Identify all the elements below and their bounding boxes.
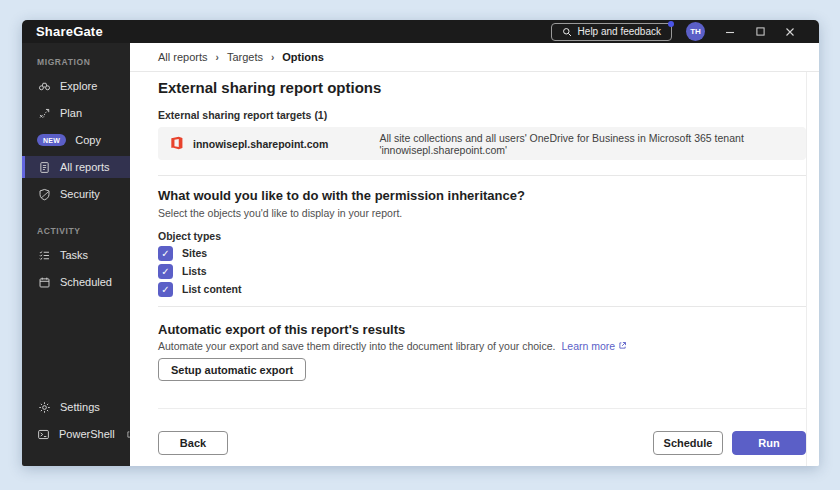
sidebar-item-tasks[interactable]: Tasks: [22, 244, 130, 266]
auto-export-subtitle-text: Automate your export and save them direc…: [158, 340, 555, 352]
learn-more-label: Learn more: [561, 340, 615, 352]
sidebar-section-activity: ACTIVITY: [22, 210, 130, 244]
external-link-icon: [618, 340, 627, 352]
avatar[interactable]: TH: [686, 22, 705, 41]
checkbox-row-sites[interactable]: Sites: [158, 245, 207, 261]
target-url: innowisepl.sharepoint.com: [193, 138, 328, 150]
sidebar-item-label: All reports: [60, 161, 110, 173]
sharegate-window: ShareGate Help and feedback TH: [22, 20, 819, 466]
auto-export-heading: Automatic export of this report's result…: [158, 322, 405, 337]
report-icon: [37, 161, 51, 174]
sidebar-footer: Settings PowerShell: [22, 396, 130, 450]
tasks-icon: [37, 249, 51, 262]
checkbox-checked-icon[interactable]: [158, 246, 173, 261]
sidebar-item-label: Security: [60, 188, 100, 200]
chevron-right-icon: ›: [271, 52, 274, 63]
sidebar-item-label: Tasks: [60, 249, 88, 261]
sharegate-logo: ShareGate: [36, 24, 103, 39]
sidebar-item-label: Scheduled: [60, 276, 112, 288]
breadcrumb-targets[interactable]: Targets: [227, 51, 263, 63]
sidebar-item-label: PowerShell: [59, 428, 115, 440]
close-icon[interactable]: [775, 20, 805, 43]
minimize-icon[interactable]: [715, 20, 745, 43]
target-description: All site collections and all users' OneD…: [379, 132, 794, 156]
footer-divider: [158, 408, 806, 409]
sidebar-item-powershell[interactable]: PowerShell: [22, 423, 130, 445]
scrollbar[interactable]: [806, 72, 807, 466]
sidebar-item-all-reports[interactable]: All reports: [22, 156, 130, 178]
strategy-icon: [37, 107, 51, 120]
notification-dot: [668, 21, 674, 27]
sidebar-item-label: Copy: [75, 134, 101, 146]
learn-more-link[interactable]: Learn more: [561, 340, 627, 352]
checkbox-checked-icon[interactable]: [158, 264, 173, 279]
sidebar-item-label: Plan: [60, 107, 82, 119]
calendar-icon: [37, 276, 51, 289]
back-button[interactable]: Back: [158, 431, 228, 455]
schedule-button[interactable]: Schedule: [653, 431, 723, 455]
section-divider: [158, 175, 806, 176]
targets-count-label: External sharing report targets (1): [158, 109, 327, 121]
breadcrumb: All reports › Targets › Options: [130, 43, 819, 72]
object-types-label: Object types: [158, 230, 221, 242]
run-button[interactable]: Run: [732, 431, 806, 455]
sidebar-item-plan[interactable]: Plan: [22, 102, 130, 124]
help-and-feedback-button[interactable]: Help and feedback: [551, 23, 672, 41]
sidebar-item-label: Settings: [60, 401, 100, 413]
desktop-background: ShareGate Help and feedback TH: [0, 0, 840, 490]
sidebar-item-copy[interactable]: NEW Copy: [22, 129, 130, 151]
checkbox-checked-icon[interactable]: [158, 282, 173, 297]
window-controls: [715, 20, 805, 43]
checkbox-label: List content: [182, 283, 242, 295]
main-content: All reports › Targets › Options External…: [130, 43, 819, 466]
inheritance-subtitle: Select the objects you'd like to display…: [158, 207, 402, 219]
chevron-right-icon: ›: [216, 52, 219, 63]
sidebar-item-settings[interactable]: Settings: [22, 396, 130, 418]
page-title: External sharing report options: [158, 79, 381, 96]
checkbox-label: Lists: [182, 265, 207, 277]
office365-icon: [170, 136, 184, 152]
inheritance-heading: What would you like to do with the permi…: [158, 188, 525, 203]
sidebar-item-explore[interactable]: Explore: [22, 75, 130, 97]
maximize-icon[interactable]: [745, 20, 775, 43]
sidebar-item-label: Explore: [60, 80, 97, 92]
sidebar: MIGRATION Explore Plan: [22, 43, 130, 466]
search-icon: [562, 27, 572, 37]
checkbox-row-lists[interactable]: Lists: [158, 263, 207, 279]
help-and-feedback-label: Help and feedback: [578, 26, 661, 37]
gear-icon: [37, 401, 51, 414]
target-row: innowisepl.sharepoint.com All site colle…: [158, 127, 806, 160]
sidebar-section-migration: MIGRATION: [22, 43, 130, 75]
breadcrumb-options: Options: [282, 51, 324, 63]
checkbox-label: Sites: [182, 247, 207, 259]
new-badge: NEW: [37, 134, 66, 146]
shield-icon: [37, 188, 51, 201]
title-bar: ShareGate Help and feedback TH: [22, 20, 819, 43]
setup-automatic-export-button[interactable]: Setup automatic export: [158, 358, 306, 381]
target-name: innowisepl.sharepoint.com: [170, 136, 379, 152]
sidebar-item-security[interactable]: Security: [22, 183, 130, 205]
terminal-icon: [37, 428, 50, 441]
sidebar-item-scheduled[interactable]: Scheduled: [22, 271, 130, 293]
binoculars-icon: [37, 80, 51, 93]
section-divider: [158, 306, 806, 307]
checkbox-row-list-content[interactable]: List content: [158, 281, 242, 297]
auto-export-subtitle: Automate your export and save them direc…: [158, 340, 627, 352]
breadcrumb-all-reports[interactable]: All reports: [158, 51, 208, 63]
